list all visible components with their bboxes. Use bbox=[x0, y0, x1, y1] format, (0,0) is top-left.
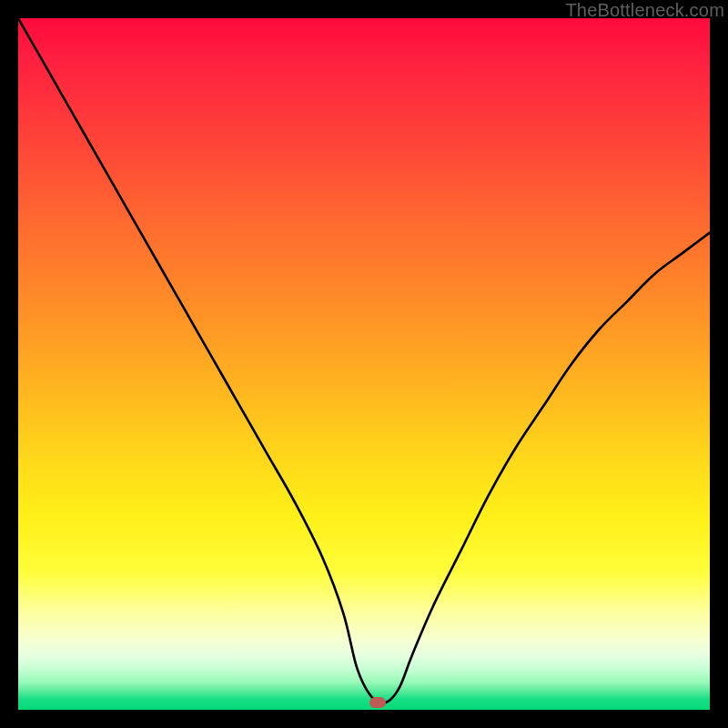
bottleneck-curve bbox=[18, 18, 710, 703]
plot-frame bbox=[18, 18, 710, 710]
minimum-marker-dot bbox=[369, 697, 386, 708]
chart-stage: TheBottleneck.com bbox=[0, 0, 728, 728]
curve-svg bbox=[18, 18, 710, 710]
